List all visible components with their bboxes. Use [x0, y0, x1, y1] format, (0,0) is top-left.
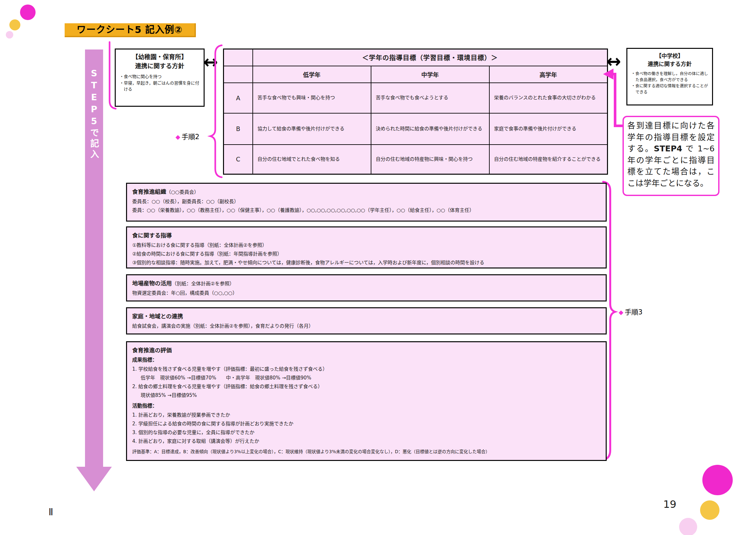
box-line: 現状値85% →目標値95% [132, 391, 601, 400]
section-marker: Ⅱ [48, 506, 53, 518]
table-corner-cell [224, 49, 253, 66]
decorative-circle-magenta [702, 465, 733, 495]
column-header-lower: 低学年 [253, 66, 371, 83]
box-title: 食育推進の評価 [132, 347, 172, 353]
bullet-item: ・食に関する適切な情報を選択することができる [631, 83, 708, 96]
box-title-line: 家庭・地域との連携 [132, 312, 601, 320]
box-line: 委員：○○（栄養教諭），○○（教務主任），○○（保健主事），○○（養護教諭），○… [132, 206, 601, 215]
middle-school-box-subtitle: 連携に関する方針 [631, 60, 708, 68]
box-line: 委員長：○○（校長），副委員長：○○（副校長） [132, 197, 601, 206]
box-line: 物資選定委員会：年○回，構成委員（○○,○○） [132, 289, 601, 297]
decorative-circle-magenta [20, 5, 36, 20]
down-arrow-icon [76, 467, 112, 491]
page-number: 19 [663, 498, 677, 510]
diamond-icon: ◆ [619, 309, 624, 316]
goal-cell: 自分の住む地域の特産物を紹介することができる [489, 145, 608, 174]
evaluation-box: 食育推進の評価 成果指標： 1. 学校給食を残さず食べる児童を増やす（評価指標：… [126, 341, 607, 461]
double-arrow-icon: ↔ [607, 52, 621, 71]
procedure-2-text: 手順2 [182, 133, 200, 141]
box-line: 2. 学級担任による給食の時間の食に関する指導が計画どおり実施できたか [132, 419, 601, 428]
kindergarten-box-title: 【幼稚園・保育所】 [120, 53, 200, 62]
goal-cell: 栄養のバランスのとれた食事の大切さがわかる [489, 83, 608, 113]
bullet-item: ・早寝，早起き，朝ごはんの習慣を身に付ける [120, 80, 200, 93]
box-line: 1. 学校給食を残さず食べる児童を増やす（評価指標：最初に盛った給食を残さず食べ… [132, 365, 601, 374]
decorative-circle-yellow [9, 19, 20, 30]
table-row: C 自分の住む地域でとれた食べ物を知る 自分の住む地域の特産物に興味・関心を持つ… [224, 145, 608, 174]
row-label: A [224, 83, 253, 113]
box-line: 給食試食会，講演会の実施（別紙：全体計画②を参照），食育だよりの発行（各月） [132, 322, 601, 330]
local-products-box: 地場産物の活用（別紙：全体計画②を参照） 物資選定委員会：年○回，構成委員（○○… [126, 274, 607, 301]
outcome-indicators-header: 成果指標： [132, 356, 601, 365]
kindergarten-box-bullets: ・食べ物に関心を持つ ・早寝，早起き，朝ごはんの習慣を身に付ける [120, 73, 200, 93]
goal-cell: 自分の住む地域でとれた食べ物を知る [253, 145, 371, 174]
goal-cell: 自分の住む地域の特産物に興味・関心を持つ [371, 145, 489, 174]
box-title-line: 食に関する指導 [132, 231, 601, 239]
column-header-upper: 高学年 [489, 66, 608, 83]
box-line: ②給食の時間における食に関する指導（別紙：年間指導計画を参照） [132, 250, 601, 259]
note-bold-text: STEP4 [654, 144, 682, 153]
activity-indicators-header: 活動指標： [132, 402, 601, 411]
table-header: ＜学年の指導目標（学習目標・環境目標）＞ [253, 49, 608, 66]
diamond-icon: ◆ [176, 133, 180, 140]
grade-goals-table: ＜学年の指導目標（学習目標・環境目標）＞ 低学年 中学年 高学年 A 苦手な食べ… [223, 48, 608, 175]
table-row: B 協力して給食の準備や後片付けができる 決められた時間に給食の準備や後片付けが… [224, 113, 608, 145]
box-title: 地場産物の活用 [132, 280, 172, 287]
procedure-2-label: ◆手順2 [176, 131, 200, 141]
step5-arrow-label: STEP5で記入 [90, 68, 98, 467]
box-title: 家庭・地域との連携 [132, 313, 183, 320]
box-line: 低学年 現状値60% →目標値70% 中・高学年 現状値80% →目標値90% [132, 374, 601, 382]
box-line: 4. 計画どおり，家庭に対する取組（講演会等）が行えたか [132, 437, 601, 446]
page-title: ワークシート5 記入例② [65, 23, 196, 37]
double-arrow-icon: ↔ [203, 53, 218, 71]
row-label: B [224, 113, 253, 145]
goal-cell: 協力して給食の準備や後片付けができる [253, 113, 371, 145]
table-corner-cell [224, 66, 253, 83]
kindergarten-policy-box: 【幼稚園・保育所】 連携に関する方針 ・食べ物に関心を持つ ・早寝，早起き，朝ご… [115, 48, 204, 107]
box-line: 1. 計画どおり，栄養教諭が授業参画できたか [132, 411, 601, 419]
evaluation-criteria: 評価基準：A：目標達成，B：改善傾向（現状値より3%以上変化の場合），C：現状維… [132, 448, 601, 455]
middle-school-box-bullets: ・食べ物の働きを理解し，自分の体に適した食品選択，食べ方ができる ・食に関する適… [631, 71, 708, 95]
decorative-circle-yellow [700, 500, 719, 520]
box-title-line: 食育推進組織（○○委員会） [132, 187, 601, 195]
box-title-line: 食育推進の評価 [132, 346, 601, 354]
middle-school-policy-box: 【中学校】 連携に関する方針 ・食べ物の働きを理解し，自分の体に適した食品選択，… [626, 48, 713, 105]
worksheet-page: ワークシート5 記入例② STEP5で記入 【幼稚園・保育所】 連携に関する方針… [0, 0, 756, 535]
box-line: ③個別的な相談指導：随時実施。加えて，肥満・やせ傾向については，健康診断後，食物… [132, 259, 601, 267]
instruction-note-box: 各到達目標に向けた各学年の指導目標を設定する。STEP4 で 1~6年の学年ごと… [623, 116, 719, 196]
box-line: 3. 個別的な指導の必要な児童に，全員に指導ができたか [132, 428, 601, 437]
procedure-3-label: ◆手順3 [619, 307, 642, 316]
box-title-suffix: （○○委員会） [166, 189, 199, 195]
goal-cell: 決められた時間に給食の準備や後片付けができる [371, 113, 489, 145]
box-title: 食に関する指導 [132, 232, 172, 239]
promotion-organization-box: 食育推進組織（○○委員会） 委員長：○○（校長），副委員長：○○（副校長） 委員… [126, 183, 607, 222]
kindergarten-box-subtitle: 連携に関する方針 [120, 62, 200, 71]
goal-cell: 苦手な食べ物でも食べようとする [371, 83, 489, 113]
box-title-suffix: （別紙：全体計画②を参照） [172, 281, 234, 287]
note-connector-arrow [611, 74, 623, 126]
goal-cell: 家庭で食事の準備や後片付けができる [489, 113, 608, 145]
table-row: A 苦手な食べ物でも興味・関心を持つ 苦手な食べ物でも食べようとする 栄養のバラ… [224, 83, 608, 113]
dietary-guidance-box: 食に関する指導 ①教科等における食に関する指導（別紙：全体計画②を参照） ②給食… [126, 226, 607, 268]
procedure-3-text: 手順3 [625, 308, 642, 316]
decorative-circle-pink [679, 518, 697, 535]
box-line: ①教科等における食に関する指導（別紙：全体計画②を参照） [132, 241, 601, 250]
box-title-line: 地場産物の活用（別紙：全体計画②を参照） [132, 279, 601, 287]
home-community-box: 家庭・地域との連携 給食試食会，講演会の実施（別紙：全体計画②を参照），食育だよ… [126, 307, 607, 334]
middle-school-box-title: 【中学校】 [631, 52, 708, 60]
row-label: C [224, 145, 253, 174]
bullet-item: ・食べ物の働きを理解し，自分の体に適した食品選択，食べ方ができる [631, 71, 708, 83]
box-title: 食育推進組織 [132, 188, 166, 195]
step5-arrow: STEP5で記入 [85, 49, 103, 467]
goal-cell: 苦手な食べ物でも興味・関心を持つ [253, 83, 371, 113]
bullet-item: ・食べ物に関心を持つ [120, 73, 200, 80]
decorative-circle-pink [6, 31, 13, 39]
column-header-middle: 中学年 [371, 66, 489, 83]
box-line: 2. 給食の郷土料理を食べる児童を増やす（評価指標：給食の郷土料理を残さず食べる… [132, 382, 601, 391]
